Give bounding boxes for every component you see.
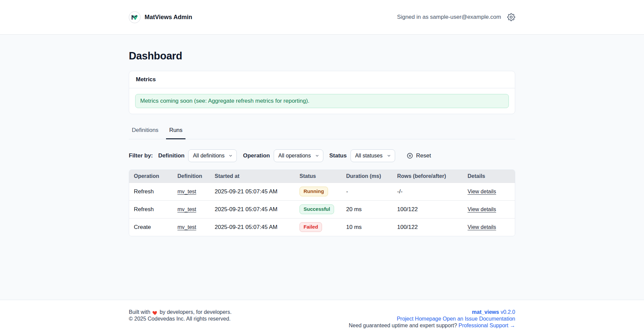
tab-definitions[interactable]: Definitions: [129, 126, 161, 139]
status-filter-label: Status: [329, 152, 347, 159]
status-filter-value: All statuses: [355, 153, 383, 159]
metrics-card-body: Metrics coming soon (see: Aggregate refr…: [129, 88, 515, 114]
documentation-link[interactable]: Documentation: [479, 316, 515, 322]
view-details-link[interactable]: View details: [468, 224, 496, 230]
project-name-link[interactable]: mat_views: [472, 309, 499, 315]
col-status: Status: [295, 170, 341, 183]
run-operation: Refresh: [129, 200, 173, 218]
professional-support-link[interactable]: Professional Support →: [459, 323, 515, 328]
status-badge: Failed: [300, 222, 322, 232]
gear-icon: [507, 13, 515, 21]
metrics-coming-soon-alert: Metrics coming soon (see: Aggregate refr…: [135, 94, 509, 108]
tab-bar: Definitions Runs: [129, 126, 515, 139]
run-started-at: 2025-09-21 05:07:45 AM: [210, 218, 295, 236]
copyright-text: © 2025 Codevedas Inc. All rights reserve…: [129, 316, 231, 322]
table-row: Create mv_test 2025-09-21 05:07:45 AM Fa…: [129, 218, 515, 236]
project-homepage-link[interactable]: Project Homepage: [397, 316, 441, 322]
col-details: Details: [463, 170, 515, 183]
page-title: Dashboard: [129, 50, 515, 62]
filter-by-label: Filter by:: [129, 152, 153, 159]
metrics-card-title: Metrics: [136, 76, 156, 83]
support-text: Need guaranteed uptime and expert suppor…: [349, 323, 457, 328]
chevron-down-icon: [315, 154, 319, 158]
col-operation: Operation: [129, 170, 173, 183]
col-duration: Duration (ms): [341, 170, 392, 183]
chevron-down-icon: [387, 154, 391, 158]
view-details-link[interactable]: View details: [468, 206, 496, 212]
definition-filter-label: Definition: [158, 152, 184, 159]
operation-filter-label: Operation: [243, 152, 270, 159]
run-rows: 100/122: [392, 218, 463, 236]
run-duration: -: [341, 183, 392, 200]
built-with-suffix: by developers, for developers.: [160, 309, 231, 316]
metrics-card-header: Metrics: [129, 71, 515, 88]
tab-runs[interactable]: Runs: [166, 126, 185, 139]
status-filter-select[interactable]: All statuses: [351, 149, 395, 162]
runs-table: Operation Definition Started at Status D…: [129, 170, 515, 236]
col-definition: Definition: [173, 170, 210, 183]
definition-filter-select[interactable]: All definitions: [188, 149, 237, 162]
run-rows: 100/122: [392, 200, 463, 218]
run-started-at: 2025-09-21 05:07:45 AM: [210, 200, 295, 218]
run-duration: 20 ms: [341, 200, 392, 218]
signed-in-text: Signed in as sample-user@example.com: [397, 14, 501, 20]
run-operation: Refresh: [129, 183, 173, 200]
brand-home-link[interactable]: MatViews Admin: [129, 11, 192, 23]
main-content: Dashboard Metrics Metrics coming soon (s…: [0, 35, 644, 300]
status-badge: Successful: [300, 204, 334, 214]
status-badge: Running: [300, 187, 328, 196]
version-link[interactable]: v0.2.0: [500, 309, 515, 315]
filter-bar: Filter by: Definition All definitions Op…: [129, 149, 515, 162]
open-issue-link[interactable]: Open an Issue: [443, 316, 478, 322]
app-footer: Built with by developers, for developers…: [0, 300, 644, 334]
footer-left: Built with by developers, for developers…: [129, 309, 231, 322]
circle-x-icon: [407, 152, 413, 159]
metrics-card: Metrics Metrics coming soon (see: Aggreg…: [129, 71, 515, 114]
run-rows: -/-: [392, 183, 463, 200]
chevron-down-icon: [228, 154, 233, 158]
app-header: MatViews Admin Signed in as sample-user@…: [0, 0, 644, 35]
definition-link[interactable]: mv_test: [177, 206, 196, 212]
table-row: Refresh mv_test 2025-09-21 05:07:45 AM S…: [129, 200, 515, 218]
built-with-text: Built with: [129, 309, 150, 316]
settings-button[interactable]: [507, 13, 515, 21]
run-duration: 10 ms: [341, 218, 392, 236]
app-title: MatViews Admin: [145, 14, 192, 21]
col-rows: Rows (before/after): [392, 170, 463, 183]
definition-link[interactable]: mv_test: [177, 189, 196, 194]
view-details-link[interactable]: View details: [468, 189, 496, 194]
operation-filter-value: All operations: [278, 153, 311, 159]
reset-filters-button[interactable]: Reset: [407, 152, 431, 159]
definition-filter-value: All definitions: [193, 153, 224, 159]
operation-filter-select[interactable]: All operations: [274, 149, 323, 162]
run-operation: Create: [129, 218, 173, 236]
table-header-row: Operation Definition Started at Status D…: [129, 170, 515, 183]
definition-link[interactable]: mv_test: [177, 224, 196, 230]
heart-icon: [152, 310, 158, 316]
reset-label: Reset: [416, 152, 431, 159]
footer-right: mat_views v0.2.0 Project Homepage Open a…: [349, 309, 515, 329]
table-row: Refresh mv_test 2025-09-21 05:07:45 AM R…: [129, 183, 515, 200]
col-started-at: Started at: [210, 170, 295, 183]
matviews-logo-icon: [129, 11, 141, 23]
run-started-at: 2025-09-21 05:07:45 AM: [210, 183, 295, 200]
